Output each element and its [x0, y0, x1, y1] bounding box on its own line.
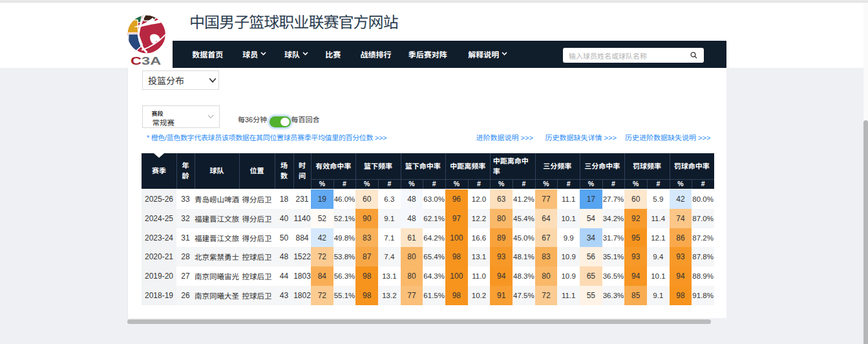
svg-text:3A: 3A: [142, 54, 161, 67]
svg-text:C: C: [131, 54, 142, 67]
